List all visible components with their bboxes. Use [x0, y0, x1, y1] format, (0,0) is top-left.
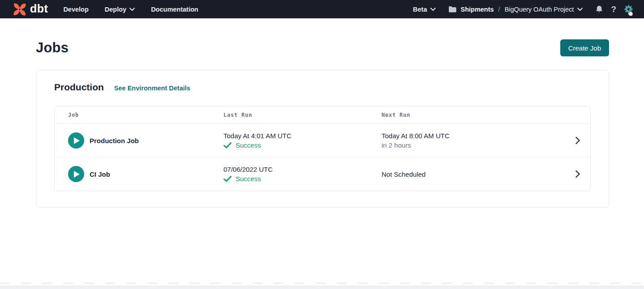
job-name: CI Job: [90, 170, 110, 178]
last-run-cell: Today At 4:01 AM UTC Success: [223, 132, 382, 149]
environment-header: Production See Environment Details: [54, 82, 591, 93]
breadcrumb-project-label: BigQuery OAuth Project: [505, 6, 574, 13]
dbt-logo[interactable]: dbt: [13, 2, 48, 17]
nav-item-deploy[interactable]: Deploy: [105, 6, 135, 13]
play-icon: [74, 171, 80, 178]
play-icon: [74, 137, 80, 144]
next-run-cell: Today At 8:00 AM UTC in 2 hours: [382, 132, 565, 149]
status-label: Success: [236, 175, 261, 183]
bottom-scroll-strip: [0, 285, 644, 289]
chevron-down-icon: [430, 8, 436, 11]
beta-label: Beta: [413, 6, 427, 13]
settings-button[interactable]: [624, 4, 633, 14]
job-cell: CI Job: [68, 166, 223, 182]
jobs-table: Job Last Run Next Run Production Job Tod…: [54, 106, 591, 191]
chevron-down-icon: [577, 8, 583, 11]
jobs-table-header: Job Last Run Next Run: [55, 106, 590, 123]
chevron-right-icon: [575, 136, 580, 144]
question-mark-icon: ?: [611, 4, 616, 14]
nav-develop-label: Develop: [63, 6, 88, 13]
job-row-ci-job[interactable]: CI Job 07/06/2022 UTC Success Not Schedu…: [55, 157, 590, 191]
next-run-time: Not Scheduled: [382, 170, 565, 178]
last-run-cell: 07/06/2022 UTC Success: [223, 166, 382, 183]
see-environment-details-link[interactable]: See Environment Details: [114, 85, 190, 92]
breadcrumb-project[interactable]: BigQuery OAuth Project: [505, 6, 583, 13]
open-job-button[interactable]: [565, 170, 590, 178]
next-run-cell: Not Scheduled: [382, 170, 565, 178]
next-run-time: Today At 8:00 AM UTC: [382, 132, 565, 140]
column-header-job: Job: [68, 112, 223, 118]
nav-item-documentation[interactable]: Documentation: [151, 6, 198, 13]
create-job-button[interactable]: Create Job: [560, 39, 609, 56]
last-run-time: Today At 4:01 AM UTC: [223, 132, 382, 140]
open-job-button[interactable]: [565, 136, 590, 144]
column-header-last-run: Last Run: [223, 112, 382, 118]
breadcrumb-separator: /: [498, 6, 500, 13]
nav-documentation-label: Documentation: [151, 6, 198, 13]
run-job-button[interactable]: [68, 132, 84, 149]
help-button[interactable]: ?: [611, 4, 616, 14]
last-run-status: Success: [223, 175, 382, 183]
nav-links: Develop Deploy Documentation: [63, 6, 198, 13]
navbar-right: Beta Shipments / BigQuery OAuth Project: [413, 4, 633, 14]
dbt-logo-text: dbt: [30, 3, 48, 16]
breadcrumb-account: Shipments: [460, 6, 494, 13]
page-header: Jobs Create Job: [0, 18, 644, 56]
environment-card: Production See Environment Details Job L…: [36, 70, 609, 208]
beta-dropdown[interactable]: Beta: [413, 6, 436, 13]
status-label: Success: [236, 141, 261, 149]
folder-icon: [448, 6, 457, 13]
job-row-production-job[interactable]: Production Job Today At 4:01 AM UTC Succ…: [55, 123, 590, 157]
project-breadcrumb[interactable]: Shipments / BigQuery OAuth Project: [448, 6, 583, 13]
chevron-right-icon: [575, 170, 580, 178]
environment-name: Production: [54, 82, 104, 93]
column-header-next-run: Next Run: [382, 112, 565, 118]
top-navbar: dbt Develop Deploy Documentation Beta Sh…: [0, 0, 644, 18]
nav-deploy-label: Deploy: [105, 6, 126, 13]
navbar-icon-group: ?: [595, 4, 633, 14]
last-run-time: 07/06/2022 UTC: [223, 166, 382, 173]
bell-icon: [595, 5, 603, 13]
job-name: Production Job: [90, 137, 139, 144]
job-cell: Production Job: [68, 132, 223, 149]
notifications-button[interactable]: [595, 5, 603, 13]
last-run-status: Success: [223, 141, 382, 149]
run-job-button[interactable]: [68, 166, 84, 182]
dbt-logo-icon: [13, 2, 27, 17]
next-run-note: in 2 hours: [382, 141, 565, 149]
gear-icon: [624, 4, 633, 14]
check-icon: [223, 176, 232, 182]
nav-item-develop[interactable]: Develop: [63, 6, 88, 13]
check-icon: [223, 142, 232, 149]
chevron-down-icon: [129, 8, 135, 11]
page-title: Jobs: [36, 40, 69, 56]
